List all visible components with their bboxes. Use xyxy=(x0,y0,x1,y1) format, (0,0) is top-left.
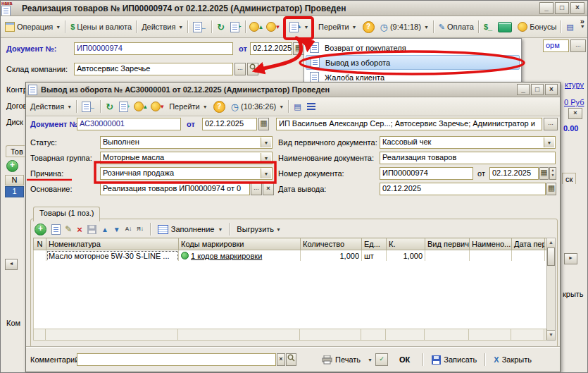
nomenclature-cell[interactable]: Масло моторное 5W-30 S-LINE ... xyxy=(46,250,179,262)
col-doctype[interactable]: Вид первич... xyxy=(425,238,470,250)
col-unit[interactable]: Ед... xyxy=(362,238,387,250)
dropdown-arrow-icon[interactable]: ▼ xyxy=(261,153,271,163)
save-button[interactable]: Записать xyxy=(428,353,480,367)
move-down-button[interactable]: ▼ xyxy=(113,226,120,233)
scroll-up-button[interactable]: ▲ xyxy=(547,238,555,248)
child-doc-date-field[interactable]: 02.12.2025 xyxy=(202,118,257,130)
table-vscrollbar[interactable]: ▲ ▼ xyxy=(546,238,556,341)
parent-doc-number-field[interactable]: ИП00000974 xyxy=(74,42,233,55)
basis-clear-button[interactable]: × xyxy=(263,183,274,195)
invoice-link-fragment[interactable]: ктуру xyxy=(565,80,584,89)
sort-asc-button[interactable]: А↓ xyxy=(125,226,132,232)
child-unpost-button[interactable]: ▼ xyxy=(149,98,166,115)
fill-button[interactable]: Заполнение▼ xyxy=(158,225,223,234)
child-structure-button[interactable]: ▤ xyxy=(291,98,304,115)
scroll-down-button[interactable]: ▼ xyxy=(547,330,555,340)
calendar-button[interactable]: ▦ xyxy=(293,42,304,55)
basis-more-button[interactable]: ... xyxy=(251,183,262,195)
child-help-button[interactable]: ? xyxy=(211,98,228,115)
copy-button[interactable]: + xyxy=(227,18,244,35)
marking-codes-cell[interactable]: 1 кодов маркировки xyxy=(179,250,301,262)
actions-button[interactable]: Действия▼ xyxy=(139,18,186,35)
comment-clear-button[interactable]: × xyxy=(277,353,285,366)
close-button[interactable]: XЗакрыть xyxy=(490,353,535,367)
edit-row-button[interactable]: ✎ xyxy=(65,224,72,234)
group-combo[interactable]: Моторные масла▼ xyxy=(100,152,273,164)
post-and-close-button[interactable]: ✓ xyxy=(375,353,388,366)
print-dropdown-arrow-icon[interactable]: ▼ xyxy=(368,357,373,362)
table-row[interactable]: 1 Масло моторное 5W-30 S-LINE ... 1 кодо… xyxy=(34,250,547,262)
close-button[interactable]: × xyxy=(570,2,584,14)
child-org-more-button[interactable]: ... xyxy=(544,118,558,130)
help-button[interactable]: ? xyxy=(360,18,377,35)
col-docname[interactable]: Наимено... xyxy=(470,238,512,250)
dropdown-arrow-icon[interactable]: ▼ xyxy=(544,137,554,147)
col-docdate[interactable]: Дата пер... xyxy=(512,238,545,250)
parent-close-button-fragment[interactable]: крыть xyxy=(559,287,587,301)
menu-item-return[interactable]: Возврат от покупателя xyxy=(306,40,520,55)
parent-tab-fragment[interactable]: ск xyxy=(562,173,576,184)
minimize-button[interactable]: _ xyxy=(539,2,553,14)
child-time-button[interactable]: ◷ (10:36:26)▼ xyxy=(228,98,287,115)
col-n[interactable]: N xyxy=(34,238,46,250)
parent-titlebar[interactable]: нака Реализация товаров № ИП00000974 от … xyxy=(1,1,587,16)
docdate-field[interactable]: 02.12.2025 xyxy=(489,167,539,180)
parent-goods-tab[interactable]: Тов xyxy=(6,145,25,157)
status-combo[interactable]: Выполнен▼ xyxy=(100,136,273,149)
post-document-button[interactable]: ▲ xyxy=(248,18,265,35)
cash-register-button[interactable] xyxy=(495,18,515,35)
dropdown-arrow-icon[interactable]: ▼ xyxy=(261,137,271,147)
warehouse-search-button[interactable] xyxy=(247,63,258,75)
child-titlebar[interactable]: Вывод из оборота № АС30000001 от 02.12.2… xyxy=(26,82,560,97)
basis-field[interactable]: Реализация товаров ИП00000974 от 0 xyxy=(100,183,250,195)
comment-search-button[interactable] xyxy=(286,353,296,366)
print-button[interactable]: Печать xyxy=(318,353,364,367)
copy-row-button[interactable]: + xyxy=(51,224,60,235)
prices-currency-button[interactable]: $ Цены и валюта xyxy=(68,18,135,35)
child-doc-number-field[interactable]: АС30000001 xyxy=(77,118,181,130)
child-copy-button[interactable]: + xyxy=(116,98,132,115)
calendar-button[interactable]: ▦ xyxy=(539,167,549,180)
docnum-field[interactable]: ИП00000974 xyxy=(380,167,473,180)
doctype-cell[interactable] xyxy=(425,250,470,262)
marking-codes-link[interactable]: 1 кодов маркировки xyxy=(191,252,262,260)
outdate-field[interactable]: 02.12.2025 xyxy=(380,183,546,195)
doctype-combo[interactable]: Кассовый чек▼ xyxy=(380,136,556,149)
child-actions-button[interactable]: Действия▼ xyxy=(27,98,75,115)
child-close-button[interactable]: × xyxy=(545,84,558,95)
refresh-button[interactable]: ↻ xyxy=(214,18,227,35)
col-k[interactable]: К. xyxy=(387,238,425,250)
parent-add-row-button[interactable]: + xyxy=(6,160,18,172)
col-marking-codes[interactable]: Коды маркировки xyxy=(179,238,301,250)
calendar-button[interactable]: ▦ xyxy=(258,118,269,130)
unit-cell[interactable]: шт xyxy=(362,250,387,262)
rub-link-fragment[interactable]: 0 Руб xyxy=(564,98,584,106)
warehouse-more-button[interactable]: ... xyxy=(234,63,246,75)
dropdown-arrow-icon[interactable]: ▼ xyxy=(261,169,271,178)
move-up-button[interactable]: ▲ xyxy=(101,226,108,233)
right-more-button[interactable]: ... xyxy=(570,39,586,52)
delete-row-button[interactable]: × xyxy=(77,224,82,235)
save-record-button[interactable]: ← xyxy=(190,18,210,35)
quantity-cell[interactable]: 1,000 xyxy=(301,250,362,262)
goods-tab[interactable]: Товары (1 поз.) xyxy=(33,207,100,221)
toolbar-overflow-button[interactable]: » ▼ xyxy=(577,18,588,35)
parent-hscroll-right-button[interactable]: ► xyxy=(564,253,577,264)
child-maximize-button[interactable]: □ xyxy=(531,84,544,95)
child-refresh-button[interactable]: ↻ xyxy=(103,98,116,115)
time-button[interactable]: ◷ (9:41:18)▼ xyxy=(377,18,432,35)
child-org-field[interactable]: ИП Васильев Александр Сер...; Автосервис… xyxy=(276,118,542,130)
docdate-spinner[interactable]: ▲▼ xyxy=(549,167,556,180)
k-cell[interactable]: 1,000 xyxy=(387,250,425,262)
col-nomenclature[interactable]: Номенклатура xyxy=(46,238,179,250)
col-quantity[interactable]: Количество xyxy=(301,238,362,250)
child-goto-button[interactable]: Перейти▼ xyxy=(166,98,211,115)
docname-cell[interactable] xyxy=(470,250,512,262)
docname-field[interactable]: Реализация товаров xyxy=(380,152,556,164)
parent-table-selected-row[interactable]: 1 xyxy=(5,186,24,197)
calendar-button[interactable]: ▦ xyxy=(546,183,556,195)
menu-item-withdraw[interactable]: Вывод из оборота xyxy=(306,55,520,70)
bonuses-button[interactable]: Бонусы xyxy=(515,18,559,35)
child-minimize-button[interactable]: _ xyxy=(517,84,530,95)
ok-button[interactable]: ОК xyxy=(391,353,418,367)
